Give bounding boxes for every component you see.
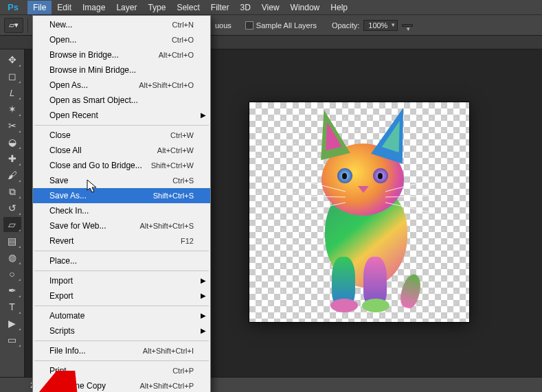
menu-filter[interactable]: Filter	[205, 1, 235, 14]
menu-view[interactable]: View	[256, 1, 285, 14]
eyedropper-tool[interactable]: ◒	[3, 135, 21, 150]
menu-select[interactable]: Select	[171, 1, 205, 14]
menu-item-label: Open...	[49, 34, 76, 45]
sample-all-layers-checkbox[interactable]: Sample All Layers	[245, 21, 317, 30]
menu-image[interactable]: Image	[77, 1, 111, 14]
menu-window[interactable]: Window	[285, 1, 326, 14]
menu-item-close-all[interactable]: Close AllAlt+Ctrl+W	[33, 143, 210, 158]
clone-stamp-tool[interactable]: ⧉	[3, 184, 21, 199]
menu-item-open-recent[interactable]: Open Recent▶	[33, 108, 210, 123]
pen-tool[interactable]: ✒	[3, 283, 21, 298]
menu-help[interactable]: Help	[325, 1, 353, 14]
menu-item-label: Import	[49, 275, 73, 286]
menubar: Ps FileEditImageLayerTypeSelectFilter3DV…	[0, 0, 542, 15]
menu-item-place[interactable]: Place...	[33, 253, 210, 268]
healing-brush-tool[interactable]: ✚	[3, 151, 21, 166]
marquee-tool-icon: ◻	[8, 71, 16, 82]
opacity-value-field[interactable]: 100%	[363, 20, 398, 31]
sample-all-layers-label: Sample All Layers	[256, 21, 317, 30]
menu-item-browse-in-bridge[interactable]: Browse in Bridge...Alt+Ctrl+O	[33, 47, 210, 62]
artwork-cat-image	[249, 102, 469, 322]
submenu-arrow-icon: ▶	[201, 110, 206, 121]
menu-item-save[interactable]: SaveCtrl+S	[33, 173, 210, 188]
menu-item-label: File Info...	[49, 345, 86, 356]
eraser-tool[interactable]: ▱	[3, 217, 21, 232]
menu-item-label: Close	[49, 130, 71, 141]
menu-item-label: Save for Web...	[49, 220, 106, 231]
submenu-arrow-icon: ▶	[201, 275, 206, 286]
opacity-label: Opacity:	[332, 21, 359, 30]
brush-tool[interactable]: 🖌	[3, 168, 21, 183]
menu-file[interactable]: File	[27, 1, 52, 14]
menu-item-check-in[interactable]: Check In...	[33, 203, 210, 218]
menu-item-label: Close and Go to Bridge...	[49, 160, 142, 171]
move-tool-icon: ✥	[8, 54, 16, 65]
submenu-arrow-icon: ▶	[201, 325, 206, 336]
menu-item-new[interactable]: New...Ctrl+N	[33, 17, 210, 32]
lasso-tool[interactable]: 𝘓	[3, 85, 21, 100]
menu-item-automate[interactable]: Automate▶	[33, 308, 210, 323]
menu-item-close-and-go-to-bridge[interactable]: Close and Go to Bridge...Shift+Ctrl+W	[33, 158, 210, 173]
dodge-tool[interactable]: ○	[3, 266, 21, 281]
eyedropper-tool-icon: ◒	[8, 137, 16, 148]
menu-separator	[34, 251, 209, 251]
menu-item-print-one-copy[interactable]: Print One CopyAlt+Shift+Ctrl+P	[33, 378, 210, 392]
menu-item-label: Print One Copy	[49, 380, 106, 391]
menu-item-shortcut: Ctrl+S	[172, 175, 194, 186]
path-selection-tool-icon: ▶	[8, 318, 16, 329]
menu-item-label: Revert	[49, 235, 74, 246]
move-tool[interactable]: ✥	[3, 52, 21, 67]
history-brush-tool-icon: ↺	[8, 203, 16, 214]
submenu-arrow-icon: ▶	[201, 310, 206, 321]
menu-edit[interactable]: Edit	[52, 1, 77, 14]
menu-item-save-as[interactable]: Save As...Shift+Ctrl+S	[33, 188, 210, 203]
opacity-flyout-button[interactable]	[402, 24, 413, 27]
blur-tool[interactable]: ◍	[3, 250, 21, 265]
menu-separator	[34, 360, 209, 361]
magic-wand-tool[interactable]: ✶	[3, 102, 21, 117]
menu-item-print[interactable]: Print...Ctrl+P	[33, 363, 210, 378]
marquee-tool[interactable]: ◻	[3, 69, 21, 84]
separator	[27, 18, 28, 33]
menu-item-revert[interactable]: RevertF12	[33, 233, 210, 249]
menu-item-export[interactable]: Export▶	[33, 288, 210, 303]
history-brush-tool[interactable]: ↺	[3, 200, 21, 216]
menu-item-shortcut: Ctrl+W	[170, 130, 194, 141]
menu-item-label: Place...	[49, 255, 77, 266]
tool-preset-icon[interactable]: ▱▾	[4, 18, 23, 33]
menu-item-shortcut: Alt+Shift+Ctrl+P	[139, 380, 194, 391]
menu-separator	[34, 125, 209, 126]
menu-item-open[interactable]: Open...Ctrl+O	[33, 32, 210, 47]
menu-item-label: Print...	[49, 365, 74, 376]
menu-item-label: Close All	[49, 145, 82, 156]
type-tool[interactable]: T	[3, 299, 21, 314]
menu-type[interactable]: Type	[142, 1, 171, 14]
menu-item-shortcut: Shift+Ctrl+S	[153, 190, 194, 201]
menu-item-browse-in-mini-bridge[interactable]: Browse in Mini Bridge...	[33, 62, 210, 78]
menu-item-label: Check In...	[49, 205, 89, 216]
menu-item-label: Open Recent	[49, 110, 98, 121]
menu-item-scripts[interactable]: Scripts▶	[33, 323, 210, 338]
menu-item-save-for-web[interactable]: Save for Web...Alt+Shift+Ctrl+S	[33, 218, 210, 233]
menu-item-shortcut: Alt+Shift+Ctrl+O	[139, 80, 194, 91]
menu-separator	[34, 305, 209, 306]
menu-item-import[interactable]: Import▶	[33, 273, 210, 288]
menu-layer[interactable]: Layer	[111, 1, 142, 14]
document-canvas[interactable]	[249, 102, 469, 322]
menu-item-shortcut: F12	[181, 235, 194, 246]
menu-item-file-info[interactable]: File Info...Alt+Shift+Ctrl+I	[33, 343, 210, 358]
menu-item-label: New...	[49, 19, 72, 30]
menu-item-close[interactable]: CloseCtrl+W	[33, 128, 210, 143]
menu-item-shortcut: Alt+Shift+Ctrl+I	[143, 345, 194, 356]
photoshop-logo: Ps	[5, 1, 21, 14]
menu-3d[interactable]: 3D	[234, 1, 256, 14]
checkbox-icon	[245, 21, 253, 30]
menu-item-open-as[interactable]: Open As...Alt+Shift+Ctrl+O	[33, 78, 210, 93]
gradient-tool[interactable]: ▤	[3, 233, 21, 249]
rectangle-tool[interactable]: ▭	[3, 332, 21, 347]
menu-item-open-as-smart-object[interactable]: Open as Smart Object...	[33, 93, 210, 108]
healing-brush-tool-icon: ✚	[8, 153, 16, 164]
path-selection-tool[interactable]: ▶	[3, 316, 21, 331]
menu-item-shortcut: Alt+Shift+Ctrl+S	[139, 220, 194, 231]
crop-tool[interactable]: ✂	[3, 118, 21, 133]
